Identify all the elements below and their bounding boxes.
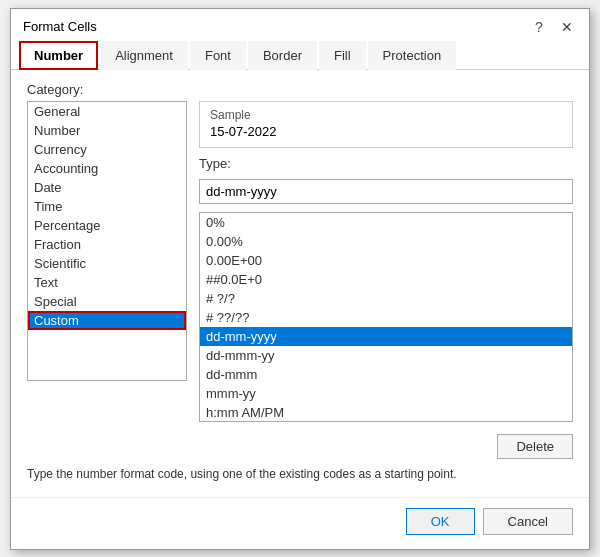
delete-button[interactable]: Delete: [497, 434, 573, 459]
dialog-footer: OK Cancel: [11, 497, 589, 549]
ok-button[interactable]: OK: [406, 508, 475, 535]
cancel-button[interactable]: Cancel: [483, 508, 573, 535]
title-bar: Format Cells ? ✕: [11, 9, 589, 37]
category-item-fraction[interactable]: Fraction: [28, 235, 186, 254]
tab-fill[interactable]: Fill: [319, 41, 366, 70]
category-item-number[interactable]: Number: [28, 121, 186, 140]
category-item-custom[interactable]: Custom: [28, 311, 186, 330]
type-item-dd-mmm-yy[interactable]: dd-mmm-yy: [200, 346, 572, 365]
right-panel: Sample 15-07-2022 Type: 0% 0.00% 0.00E+0…: [199, 101, 573, 459]
tab-number[interactable]: Number: [19, 41, 98, 70]
tab-font[interactable]: Font: [190, 41, 246, 70]
sample-section: Sample 15-07-2022: [199, 101, 573, 148]
category-list[interactable]: General Number Currency Accounting Date …: [27, 101, 187, 381]
dialog-title: Format Cells: [23, 19, 97, 34]
category-item-time[interactable]: Time: [28, 197, 186, 216]
category-item-scientific[interactable]: Scientific: [28, 254, 186, 273]
format-cells-dialog: Format Cells ? ✕ Number Alignment Font B…: [10, 8, 590, 550]
type-item-hash0e0[interactable]: ##0.0E+0: [200, 270, 572, 289]
tab-protection[interactable]: Protection: [368, 41, 457, 70]
category-item-percentage[interactable]: Percentage: [28, 216, 186, 235]
main-row: General Number Currency Accounting Date …: [27, 101, 573, 459]
type-item-0pct[interactable]: 0%: [200, 213, 572, 232]
title-bar-controls: ? ✕: [529, 17, 577, 37]
type-item-frac2[interactable]: # ??/??: [200, 308, 572, 327]
type-item-0-00e00[interactable]: 0.00E+00: [200, 251, 572, 270]
type-list[interactable]: 0% 0.00% 0.00E+00 ##0.0E+0 # ?/? # ??/??…: [199, 212, 573, 422]
category-item-text[interactable]: Text: [28, 273, 186, 292]
category-item-special[interactable]: Special: [28, 292, 186, 311]
type-item-mmm-yy[interactable]: mmm-yy: [200, 384, 572, 403]
type-item-frac1[interactable]: # ?/?: [200, 289, 572, 308]
type-label: Type:: [199, 156, 573, 171]
type-item-0-00pct[interactable]: 0.00%: [200, 232, 572, 251]
tab-border[interactable]: Border: [248, 41, 317, 70]
help-button[interactable]: ?: [529, 17, 549, 37]
sample-value: 15-07-2022: [210, 122, 562, 141]
hint-text: Type the number format code, using one o…: [27, 467, 573, 481]
sample-label: Sample: [210, 108, 562, 122]
category-label: Category:: [27, 82, 573, 97]
tab-alignment[interactable]: Alignment: [100, 41, 188, 70]
dialog-body: Category: General Number Currency Accoun…: [11, 70, 589, 493]
type-item-dd-mmm[interactable]: dd-mmm: [200, 365, 572, 384]
delete-row: Delete: [199, 434, 573, 459]
category-item-general[interactable]: General: [28, 102, 186, 121]
category-item-currency[interactable]: Currency: [28, 140, 186, 159]
category-panel: General Number Currency Accounting Date …: [27, 101, 187, 459]
category-item-date[interactable]: Date: [28, 178, 186, 197]
category-item-accounting[interactable]: Accounting: [28, 159, 186, 178]
type-input[interactable]: [199, 179, 573, 204]
tab-bar: Number Alignment Font Border Fill Protec…: [11, 41, 589, 70]
type-item-dd-mm-yyyy[interactable]: dd-mm-yyyy: [200, 327, 572, 346]
close-button[interactable]: ✕: [557, 17, 577, 37]
type-item-hmm-ampm[interactable]: h:mm AM/PM: [200, 403, 572, 422]
